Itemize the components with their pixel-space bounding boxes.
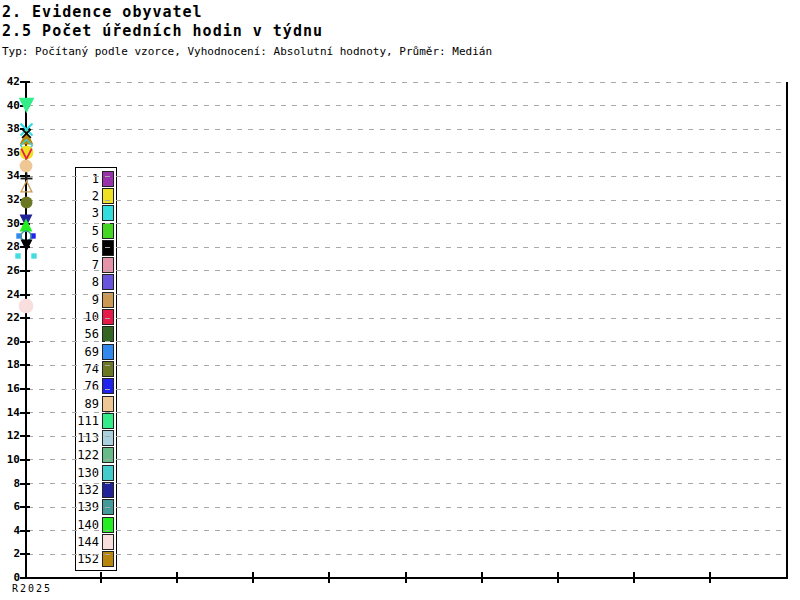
x-axis-tick: [100, 572, 102, 583]
data-marker: [20, 145, 33, 158]
y-gridline: [28, 436, 786, 437]
x-axis-tick: [252, 572, 254, 583]
legend-item-6: 6: [76, 240, 114, 256]
legend-item-132: 132: [76, 482, 114, 498]
x-axis-tick: [709, 572, 711, 583]
legend-item-label: 113: [77, 432, 99, 444]
legend-color-swatch: [102, 465, 114, 481]
legend-item-label: 132: [77, 484, 99, 496]
y-axis-tick-label: 26: [0, 266, 20, 276]
legend-item-130: 130: [76, 465, 114, 481]
y-axis-tick-label: 14: [0, 408, 20, 418]
legend-color-swatch: [102, 447, 114, 463]
y-gridline: [28, 389, 786, 390]
y-gridline: [28, 365, 786, 366]
y-axis-tick-label: 2: [0, 549, 20, 559]
y-gridline: [28, 200, 786, 201]
legend-item-label: 111: [77, 415, 99, 427]
x-axis-tick: [481, 572, 483, 583]
legend-item-76: 76: [76, 378, 114, 394]
legend-item-8: 8: [76, 274, 114, 290]
x-axis-tick: [633, 572, 635, 583]
report-page: 2. Evidence obyvatel 2.5 Počet úředních …: [0, 0, 800, 600]
x-axis-tick: [176, 572, 178, 583]
data-marker: [20, 194, 33, 207]
y-gridline: [28, 412, 786, 413]
y-axis-tick-label: 42: [0, 77, 20, 87]
legend-color-swatch: [102, 378, 114, 394]
legend-item-label: 9: [92, 294, 99, 306]
legend-item-3: 3: [76, 205, 114, 221]
legend-color-swatch: [102, 344, 114, 360]
y-gridline: [28, 176, 786, 177]
y-gridline: [28, 459, 786, 460]
legend-color-swatch: [102, 482, 114, 498]
y-axis-tick-label: 8: [0, 479, 20, 489]
y-axis-tick-label: 20: [0, 337, 20, 347]
watermark-label: R2025: [12, 583, 52, 594]
legend-color-swatch: [102, 188, 114, 204]
y-axis-tick-label: 6: [0, 502, 20, 512]
y-axis-tick-label: 10: [0, 455, 20, 465]
y-gridline: [28, 554, 786, 555]
legend-item-label: 56: [85, 328, 99, 340]
legend-item-label: 89: [85, 398, 99, 410]
data-marker: [18, 97, 35, 114]
report-section-title: 2. Evidence obyvatel: [2, 3, 203, 21]
legend-item-label: 7: [92, 259, 99, 271]
legend-item-label: 8: [92, 276, 99, 288]
x-axis-line: [25, 577, 788, 579]
y-gridline: [28, 247, 786, 248]
legend-item-label: 1: [92, 173, 99, 185]
chart-subtitle: Typ: Počítaný podle vzorce, Vyhodnocení:…: [2, 45, 492, 58]
legend-item-5: 5: [76, 223, 114, 239]
legend-item-label: 144: [77, 536, 99, 548]
legend-item-label: 130: [77, 467, 99, 479]
chart-legend: 1235678910566974768911111312213013213914…: [75, 167, 117, 571]
legend-item-label: 69: [85, 346, 99, 358]
y-gridline: [28, 82, 786, 83]
y-axis-tick-label: 24: [0, 290, 20, 300]
x-axis-tick: [405, 572, 407, 583]
legend-color-swatch: [102, 326, 114, 342]
y-axis-tick-label: 12: [0, 431, 20, 441]
y-axis-tick-label: 36: [0, 148, 20, 158]
legend-item-89: 89: [76, 396, 114, 412]
y-axis-tick-label: 18: [0, 360, 20, 370]
y-axis-tick-label: 0: [0, 573, 20, 583]
legend-item-113: 113: [76, 430, 114, 446]
legend-color-swatch: [102, 534, 114, 550]
legend-color-swatch: [102, 396, 114, 412]
y-axis-tick-label: 16: [0, 384, 20, 394]
legend-color-swatch: [102, 240, 114, 256]
y-gridline: [28, 530, 786, 531]
y-gridline: [28, 152, 786, 153]
y-axis-tick-label: 22: [0, 313, 20, 323]
y-gridline: [28, 318, 786, 319]
legend-item-label: 140: [77, 519, 99, 531]
y-gridline: [28, 341, 786, 342]
x-axis-tick: [557, 572, 559, 583]
y-gridline: [28, 507, 786, 508]
legend-item-74: 74: [76, 361, 114, 377]
data-marker: [15, 244, 21, 250]
legend-item-111: 111: [76, 413, 114, 429]
legend-item-56: 56: [76, 326, 114, 342]
legend-item-1: 1: [76, 171, 114, 187]
chart-title: 2.5 Počet úředních hodin v týdnu: [2, 22, 323, 40]
legend-color-swatch: [102, 361, 114, 377]
y-gridline: [28, 270, 786, 271]
legend-item-label: 5: [92, 225, 99, 237]
legend-item-label: 6: [92, 242, 99, 254]
y-gridline: [28, 294, 786, 295]
legend-color-swatch: [102, 274, 114, 290]
legend-color-swatch: [102, 430, 114, 446]
data-marker: [31, 244, 37, 250]
y-axis-tick-label: 34: [0, 171, 20, 181]
y-gridline: [28, 223, 786, 224]
legend-color-swatch: [102, 413, 114, 429]
legend-item-2: 2: [76, 188, 114, 204]
y-axis-tick-label: 4: [0, 526, 20, 536]
legend-color-swatch: [102, 205, 114, 221]
plot-right-border: [786, 82, 788, 578]
